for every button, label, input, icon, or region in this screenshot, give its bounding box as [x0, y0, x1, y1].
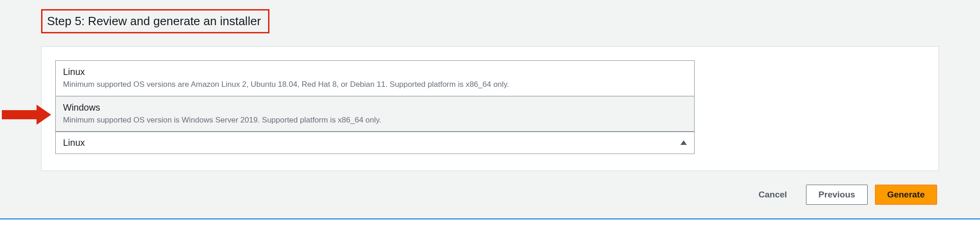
- footer-actions: Cancel Previous Generate: [41, 171, 939, 218]
- generate-button[interactable]: Generate: [875, 185, 937, 205]
- option-title: Linux: [63, 65, 687, 78]
- os-dropdown[interactable]: Linux Minimum supported OS versions are …: [55, 60, 695, 154]
- dropdown-selected-value: Linux: [63, 138, 85, 148]
- caret-up-icon: [680, 140, 687, 145]
- dropdown-trigger[interactable]: Linux: [55, 132, 695, 154]
- dropdown-option-windows[interactable]: Windows Minimum supported OS version is …: [56, 96, 694, 132]
- cancel-button[interactable]: Cancel: [747, 185, 799, 205]
- previous-button[interactable]: Previous: [806, 185, 867, 205]
- dropdown-listbox: Linux Minimum supported OS versions are …: [55, 60, 695, 132]
- option-title: Windows: [63, 101, 687, 114]
- option-description: Minimum supported OS versions are Amazon…: [63, 79, 687, 90]
- step-title: Step 5: Review and generate an installer: [41, 9, 269, 33]
- dropdown-option-linux[interactable]: Linux Minimum supported OS versions are …: [56, 61, 694, 96]
- wizard-page: Step 5: Review and generate an installer…: [0, 0, 980, 219]
- option-description: Minimum supported OS version is Windows …: [63, 115, 687, 126]
- content-panel: Linux Minimum supported OS versions are …: [41, 46, 939, 171]
